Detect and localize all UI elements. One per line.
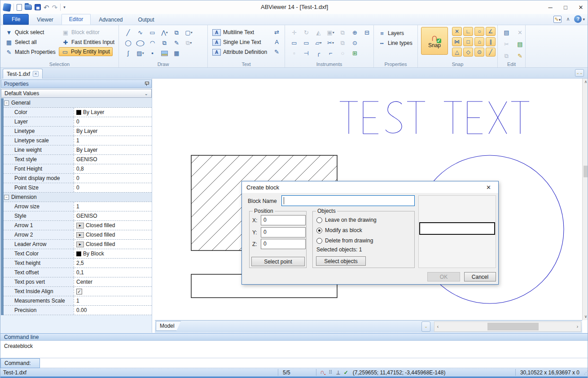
arc-icon[interactable]: ◠ <box>147 38 158 48</box>
copy-to-block-icon[interactable]: ⧉ <box>171 28 182 37</box>
scroll-down-icon[interactable]: ∨ <box>583 313 588 320</box>
poly-entity-input-button[interactable]: ▭Poly Entity Input <box>59 47 113 56</box>
cancel-button[interactable]: Cancel <box>464 272 496 281</box>
property-section-header[interactable]: −General <box>1 98 152 108</box>
multiline-text-button[interactable]: AMultiline Text <box>210 28 256 37</box>
polyline-icon[interactable]: ⋀▾ <box>159 28 170 37</box>
insert-block-icon[interactable]: ⧉ <box>159 38 170 48</box>
snap-intersection-icon[interactable]: ✕ <box>452 27 462 36</box>
attribute-definition-button[interactable]: AAttribute Definition <box>210 48 269 57</box>
close-button[interactable]: ✕ <box>573 0 588 14</box>
tab-advanced[interactable]: Advanced <box>92 15 130 25</box>
tab-editor[interactable]: Editor <box>61 14 91 25</box>
command-line-header[interactable]: Command line <box>0 333 588 341</box>
point-icon[interactable]: ▪ <box>147 48 158 58</box>
command-input[interactable] <box>40 358 588 368</box>
open-file-icon[interactable] <box>25 4 32 10</box>
library-icon[interactable]: ⊞ <box>350 48 360 58</box>
draw-order-icon[interactable]: ⊟ <box>362 28 372 37</box>
property-row[interactable]: Text Inside Align✓ <box>1 287 152 296</box>
find-replace-text-icon[interactable]: ⇄ <box>272 28 282 35</box>
snap-nearest-icon[interactable]: ╱ <box>486 48 496 57</box>
paste-icon[interactable]: ▤ <box>501 28 512 37</box>
select-all-button[interactable]: ▦Select all <box>3 38 39 47</box>
circle-icon[interactable]: ◯ <box>123 38 133 48</box>
stretch-icon[interactable]: ⊣ <box>301 48 312 58</box>
tab-viewer[interactable]: Viewer <box>30 15 60 25</box>
perpendicular-status-icon[interactable]: ⊥ <box>336 369 340 376</box>
save-file-icon[interactable] <box>35 4 41 10</box>
customize-toolbar-icon[interactable]: ▾ <box>63 5 66 9</box>
pen-icon[interactable]: ✎ <box>171 38 182 48</box>
image-icon[interactable] <box>159 48 170 58</box>
property-row[interactable]: Arrow 1►Closed filled <box>1 221 152 230</box>
command-history[interactable]: Createblock <box>0 341 588 358</box>
property-row[interactable]: Point Size0 <box>1 183 152 193</box>
property-row[interactable]: Measurements Scale1 <box>1 296 152 306</box>
grid-status-icon[interactable]: ⠿ <box>329 369 333 375</box>
tab-file[interactable]: File <box>3 14 29 25</box>
property-row[interactable]: Text offset0,1 <box>1 268 152 277</box>
radio-option[interactable]: Delete from drawing <box>316 237 373 245</box>
layout-icon[interactable]: ▭ <box>289 38 299 48</box>
checkbox-checked-icon[interactable]: ✓ <box>76 289 82 294</box>
splitter-toggle-icon[interactable]: ⌄ <box>421 321 430 332</box>
radio-option[interactable]: Leave on the drawing <box>316 216 377 224</box>
property-row[interactable]: Font Height0,8 <box>1 164 152 174</box>
help-button[interactable]: ?▾ <box>574 15 585 23</box>
radio-icon[interactable] <box>316 217 322 223</box>
new-file-icon[interactable] <box>17 4 22 11</box>
ellipse-icon[interactable]: ◯ <box>135 38 145 48</box>
snap-angle-icon[interactable]: ∠ <box>486 27 496 36</box>
property-row[interactable]: Layer0 <box>1 117 152 127</box>
region-icon[interactable]: ▢▾ <box>184 28 194 37</box>
tab-close-icon[interactable]: ✕ <box>33 71 39 77</box>
redo-icon[interactable]: ↷ <box>52 4 58 11</box>
snap-midpoint-icon[interactable]: ⋈ <box>452 37 462 46</box>
snap-node-icon[interactable]: ⌂ <box>474 37 484 46</box>
property-row[interactable]: Point display mode0 <box>1 174 152 183</box>
edit-text-icon[interactable]: ✎ <box>272 48 282 55</box>
resize-grip[interactable]: ⋰ <box>584 370 588 375</box>
snap-quadrant-icon[interactable]: ◇ <box>463 48 473 57</box>
property-row[interactable]: Leader Arrow►Closed filled <box>1 240 152 249</box>
property-section-header[interactable]: −Dimension <box>1 193 152 202</box>
undo-icon[interactable]: ↶ <box>44 4 49 11</box>
snap-parallel-icon[interactable]: ∥ <box>486 37 496 46</box>
snap-toggle-button[interactable]: ∩ Snap <box>421 27 448 55</box>
table-icon[interactable]: ▦ <box>171 48 182 58</box>
property-row[interactable]: Line weightBy Layer <box>1 145 152 155</box>
snap-status-icon[interactable]: ∩ <box>320 369 325 377</box>
trim-icon[interactable]: ✂▾ <box>325 38 336 48</box>
model-tab[interactable]: Model <box>156 321 181 331</box>
property-row[interactable]: Arrow 2►Closed filled <box>1 230 152 240</box>
property-row[interactable]: LinetypeBy Layer <box>1 127 152 136</box>
annotate-icon[interactable]: ✎▾ <box>553 16 562 23</box>
property-row[interactable]: Precision0.00 <box>1 306 152 315</box>
snap-center-icon[interactable]: ○ <box>474 27 484 36</box>
scroll-left-icon[interactable]: ‹ <box>434 324 441 329</box>
app-logo-icon[interactable] <box>3 3 11 11</box>
rectangle-icon[interactable]: ▭ <box>147 28 158 37</box>
collapse-ribbon-icon[interactable]: ∧ <box>566 16 570 22</box>
property-row[interactable]: Text styleGENISO <box>1 155 152 164</box>
maximize-button[interactable]: □ <box>558 0 573 14</box>
pin-icon[interactable] <box>145 82 149 86</box>
snap-tangent-icon[interactable]: ⊙ <box>474 48 484 57</box>
select-point-button[interactable]: Select point <box>251 257 305 266</box>
spline-icon[interactable]: ∫ <box>123 48 133 58</box>
tab-output[interactable]: Output <box>131 15 162 25</box>
external-reference-icon[interactable]: ⊙ <box>350 38 360 48</box>
property-row[interactable]: Text pos vertCenter <box>1 277 152 287</box>
preset-dropdown[interactable]: Default Values ⌄ <box>1 89 152 98</box>
chamfer-icon[interactable]: ⌐ <box>325 48 336 58</box>
property-row[interactable]: Text height2,5 <box>1 259 152 268</box>
y-input[interactable]: 0 <box>261 227 306 237</box>
panel-expand-icon[interactable]: ⌄⌄ <box>575 69 584 77</box>
collapse-icon[interactable]: − <box>4 195 9 200</box>
sketch-icon[interactable]: ∿ <box>135 28 145 37</box>
layout2-icon[interactable]: ▭ <box>301 38 312 48</box>
block-name-input[interactable] <box>281 195 415 206</box>
radio-option[interactable]: Modify as block <box>316 226 362 234</box>
text-style-icon[interactable]: A <box>272 38 282 45</box>
